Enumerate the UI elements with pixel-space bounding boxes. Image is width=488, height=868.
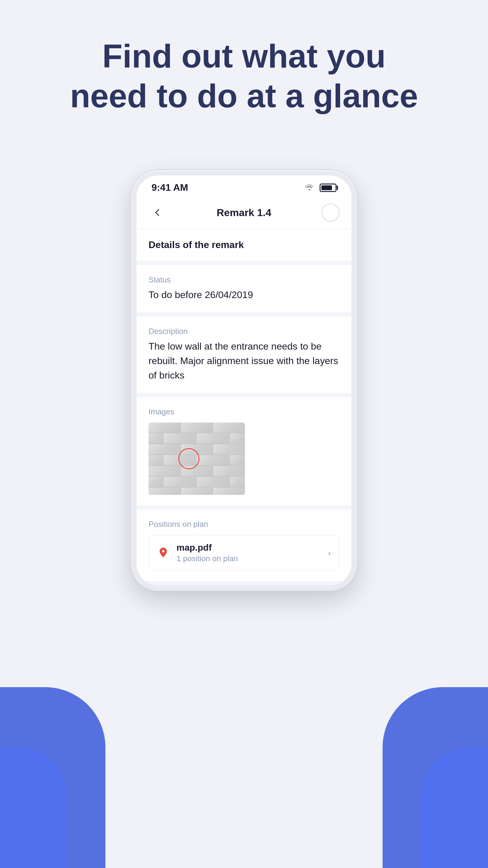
- status-label: Status: [149, 275, 339, 284]
- plan-filename: map.pdf: [176, 542, 328, 553]
- positions-label: Positions on plan: [149, 520, 339, 529]
- status-bar: 9:41 AM: [136, 176, 352, 197]
- phone-mockup: 9:41 AM: [131, 170, 357, 591]
- images-section: Images: [136, 397, 352, 505]
- status-section: Status To do before 26/04/2019: [136, 265, 352, 312]
- svg-point-0: [162, 550, 164, 553]
- plan-info: map.pdf 1 position on plan: [176, 542, 328, 563]
- nav-title: Remark 1.4: [217, 207, 271, 218]
- battery-icon: [320, 184, 336, 192]
- positions-section: Positions on plan map.pdf 1 position on …: [136, 509, 352, 581]
- plan-sub: 1 position on plan: [176, 554, 328, 563]
- description-label: Description: [149, 327, 339, 336]
- status-icons: [304, 182, 336, 193]
- nav-bar: Remark 1.4: [136, 197, 352, 229]
- hero-title: Find out what you need to do at a glance: [70, 36, 418, 116]
- chevron-right-icon: ›: [328, 548, 331, 558]
- wifi-icon: [304, 182, 315, 193]
- description-value: The low wall at the entrance needs to be…: [149, 339, 339, 382]
- brick-image[interactable]: [149, 423, 245, 495]
- phone-frame: 9:41 AM: [131, 170, 357, 591]
- content-area: Details of the remark Status To do befor…: [136, 229, 352, 581]
- action-button[interactable]: [321, 204, 339, 221]
- back-button[interactable]: [149, 204, 167, 221]
- map-pin-icon: [157, 547, 169, 560]
- plan-item[interactable]: map.pdf 1 position on plan ›: [149, 535, 339, 571]
- images-label: Images: [149, 407, 339, 416]
- status-value: To do before 26/04/2019: [149, 287, 339, 302]
- annotation-circle: [178, 448, 199, 469]
- description-section: Description The low wall at the entrance…: [136, 316, 352, 393]
- details-title: Details of the remark: [136, 229, 352, 261]
- phone-screen: 9:41 AM: [136, 176, 352, 585]
- status-time: 9:41 AM: [152, 182, 188, 193]
